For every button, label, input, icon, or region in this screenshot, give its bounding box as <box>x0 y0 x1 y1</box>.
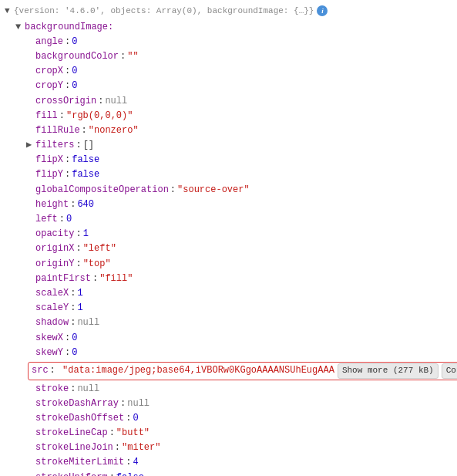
prop-height: height: 640 <box>0 197 457 212</box>
filters-toggle[interactable]: ▶ <box>26 138 34 153</box>
prop-originx: originX: "left" <box>0 241 457 256</box>
prop-strokemiterlimit: strokeMiterLimit: 4 <box>0 455 457 470</box>
bg-key: backgroundImage: <box>25 20 113 35</box>
prop-skewx: skewX: 0 <box>0 331 457 346</box>
prop-crossorigin: crossOrigin: null <box>0 94 457 109</box>
prop-left: left: 0 <box>0 212 457 227</box>
prop-fillrule: fillRule: "nonzero" <box>0 123 457 138</box>
prop-fill: fill: "rgb(0,0,0)" <box>0 109 457 123</box>
show-more-button[interactable]: Show more (277 kB) <box>338 363 439 379</box>
prop-globalcompositeoperation: globalCompositeOperation: "source-over" <box>0 183 457 197</box>
prop-backgroundcolor: backgroundColor: "" <box>0 49 457 64</box>
prop-cropy: cropY: 0 <box>0 79 457 93</box>
prop-stroke: stroke: null <box>0 382 457 397</box>
top-toggle[interactable]: ▼ <box>5 5 12 19</box>
prop-filters[interactable]: ▶ filters: [] <box>0 138 457 153</box>
src-highlighted-box: src: "data:image/jpeg;base64,iVBORw0KGgo… <box>28 362 457 380</box>
prop-strokedasharray: strokeDashArray: null <box>0 397 457 411</box>
prop-cropx: cropX: 0 <box>0 64 457 79</box>
prop-flipy: flipY: false <box>0 167 457 182</box>
prop-strokelinejoin: strokeLineJoin: "miter" <box>0 441 457 455</box>
prop-paintfirst: paintFirst: "fill" <box>0 272 457 286</box>
src-content: src: "data:image/jpeg;base64,iVBORw0KGgo… <box>32 363 334 378</box>
prop-scalex: scaleX: 1 <box>0 286 457 301</box>
prop-strokedashoffset: strokeDashOffset: 0 <box>0 411 457 426</box>
prop-angle: angle: 0 <box>0 35 457 49</box>
prop-originy: originY: "top" <box>0 257 457 272</box>
prop-src-line: src: "data:image/jpeg;base64,iVBORw0KGgo… <box>0 360 457 382</box>
info-icon[interactable]: i <box>317 5 328 16</box>
prop-opacity: opacity: 1 <box>0 227 457 241</box>
prop-strokelinecap: strokeLineCap: "butt" <box>0 426 457 441</box>
prop-strokeuniform: strokeUniform: false <box>0 471 457 476</box>
prop-skewy: skewY: 0 <box>0 346 457 360</box>
background-image-header[interactable]: ▼ backgroundImage: <box>0 20 457 35</box>
bg-toggle[interactable]: ▼ <box>15 20 23 35</box>
top-summary-text: {version: '4.6.0', objects: Array(0), ba… <box>14 5 314 19</box>
copy-button[interactable]: Copy <box>442 363 457 379</box>
inspector-panel: ▼ {version: '4.6.0', objects: Array(0), … <box>0 0 457 476</box>
top-summary-line[interactable]: ▼ {version: '4.6.0', objects: Array(0), … <box>0 3 457 20</box>
prop-flipx: flipX: false <box>0 153 457 167</box>
prop-shadow: shadow: null <box>0 316 457 330</box>
prop-scaley: scaleY: 1 <box>0 301 457 316</box>
